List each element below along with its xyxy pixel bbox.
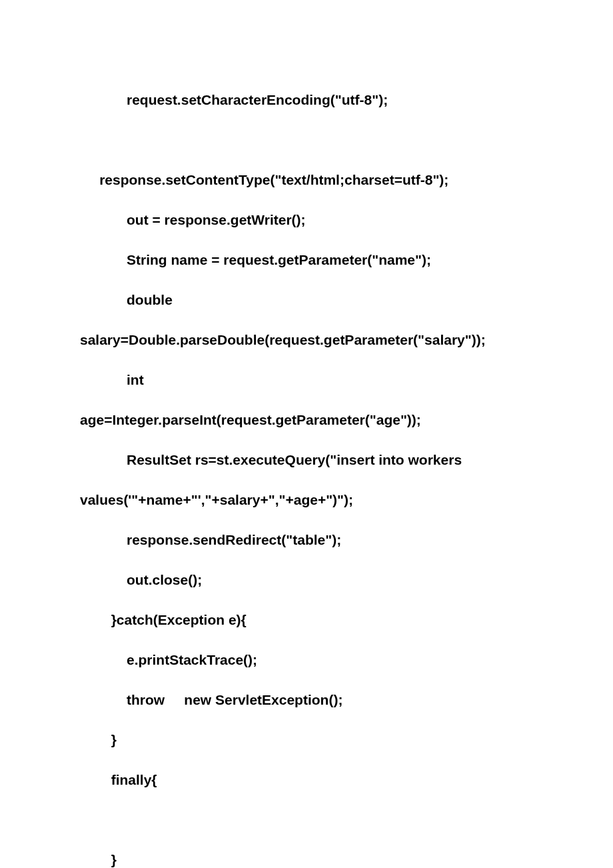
code-line: out.close();: [80, 560, 533, 600]
code-line: response.setContentType("text/html;chars…: [80, 160, 533, 200]
code-line: age=Integer.parseInt(request.getParamete…: [80, 400, 533, 440]
code-line: e.printStackTrace();: [80, 640, 533, 680]
code-line: double: [80, 280, 533, 320]
code-line: }: [80, 720, 533, 760]
code-line: }: [80, 840, 533, 868]
code-line: salary=Double.parseDouble(request.getPar…: [80, 320, 533, 360]
code-line: finally{: [80, 760, 533, 800]
code-line: out = response.getWriter();: [80, 200, 533, 240]
code-line: throw new ServletException();: [80, 680, 533, 720]
code-line: [80, 120, 533, 160]
code-line: response.sendRedirect("table");: [80, 520, 533, 560]
code-line: values('"+name+"',"+salary+","+age+")");: [80, 480, 533, 520]
code-line: int: [80, 360, 533, 400]
code-line: }catch(Exception e){: [80, 600, 533, 640]
code-line: [80, 800, 533, 840]
document-content: request.setCharacterEncoding("utf-8"); r…: [0, 0, 613, 868]
code-line: request.setCharacterEncoding("utf-8");: [80, 80, 533, 120]
code-line: String name = request.getParameter("name…: [80, 240, 533, 280]
code-line: ResultSet rs=st.executeQuery("insert int…: [80, 440, 533, 480]
